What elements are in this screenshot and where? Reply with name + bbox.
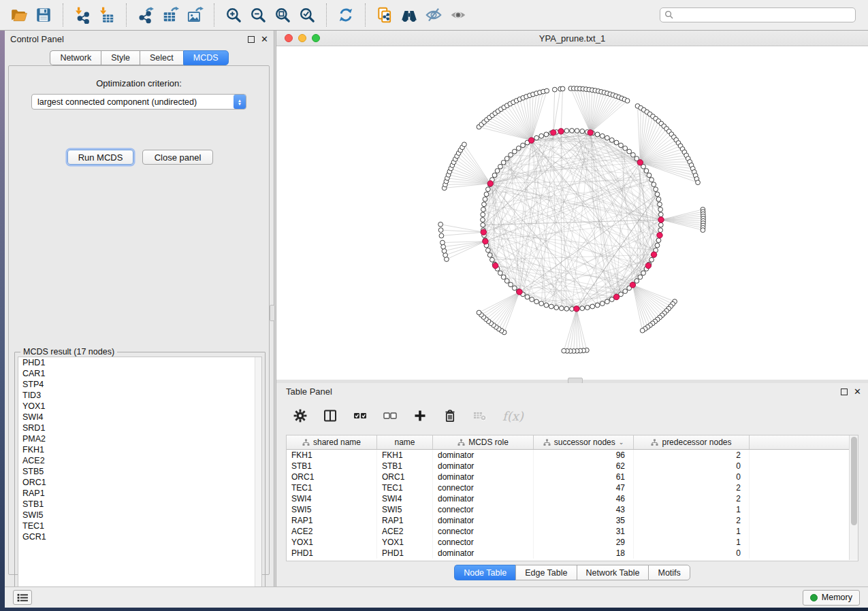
table-scrollbar[interactable]	[849, 435, 858, 560]
import-network-button[interactable]	[70, 3, 95, 27]
graph-leaf-node[interactable]	[442, 248, 447, 253]
graph-node[interactable]	[516, 146, 521, 151]
graph-mcds-node[interactable]	[588, 130, 593, 135]
graph-node[interactable]	[649, 178, 654, 182]
graph-leaf-node[interactable]	[477, 310, 481, 315]
graph-node[interactable]	[570, 129, 575, 133]
network-graph[interactable]	[276, 46, 868, 380]
zoom-out-button[interactable]	[246, 3, 270, 27]
open-file-button[interactable]	[7, 3, 31, 27]
graph-mcds-node[interactable]	[483, 238, 488, 244]
graph-node[interactable]	[549, 304, 553, 309]
graph-node[interactable]	[619, 143, 624, 148]
graph-node[interactable]	[483, 197, 487, 201]
graph-mcds-node[interactable]	[574, 306, 579, 312]
graph-node[interactable]	[644, 169, 649, 174]
graph-node[interactable]	[658, 207, 663, 212]
graph-node[interactable]	[544, 132, 549, 137]
list-item[interactable]: SRD1	[18, 423, 261, 433]
graph-leaf-node[interactable]	[438, 228, 443, 233]
graph-node[interactable]	[623, 289, 628, 294]
graph-node[interactable]	[564, 129, 569, 133]
graph-node[interactable]	[595, 132, 600, 137]
graph-node[interactable]	[658, 212, 663, 217]
tab-motifs[interactable]: Motifs	[648, 565, 690, 580]
column-header-name[interactable]: name	[377, 435, 433, 449]
graph-node[interactable]	[605, 299, 609, 304]
tab-network-table[interactable]: Network Table	[577, 565, 649, 580]
table-settings-gear-icon[interactable]	[293, 408, 308, 423]
graph-leaf-node[interactable]	[701, 228, 705, 233]
graph-node[interactable]	[600, 134, 605, 139]
memory-button[interactable]: Memory	[803, 590, 860, 606]
list-item[interactable]: CAR1	[18, 368, 261, 379]
graph-leaf-node[interactable]	[438, 222, 443, 227]
graph-node[interactable]	[521, 143, 526, 148]
graph-node[interactable]	[481, 218, 485, 222]
graph-node[interactable]	[481, 222, 485, 227]
graph-node[interactable]	[487, 252, 492, 257]
table-row[interactable]: SWI5SWI5connector431	[287, 504, 858, 515]
list-item[interactable]: ORC1	[18, 477, 261, 488]
graph-node[interactable]	[654, 187, 658, 192]
graph-leaf-node[interactable]	[640, 328, 645, 333]
zoom-selected-button[interactable]	[295, 3, 319, 27]
graph-node[interactable]	[495, 169, 500, 174]
vertical-splitter-handle[interactable]	[270, 305, 275, 321]
graph-node[interactable]	[504, 278, 509, 283]
graph-node[interactable]	[658, 202, 662, 207]
deselect-all-icon[interactable]	[383, 408, 398, 423]
graph-node[interactable]	[525, 295, 530, 299]
graph-node[interactable]	[504, 156, 509, 161]
graph-node[interactable]	[605, 135, 609, 140]
graph-mcds-node[interactable]	[657, 233, 662, 238]
delete-column-icon[interactable]	[443, 408, 457, 423]
graph-node[interactable]	[655, 243, 660, 248]
graph-mcds-node[interactable]	[558, 129, 564, 134]
graph-node[interactable]	[641, 271, 646, 276]
list-item[interactable]: STB1	[18, 499, 261, 510]
column-header-successor-nodes[interactable]: successor nodes⌄	[534, 435, 634, 449]
table-row[interactable]: ORC1ORC1dominator610	[287, 472, 858, 482]
graph-node[interactable]	[492, 173, 497, 178]
graph-node[interactable]	[501, 275, 506, 280]
select-all-icon[interactable]	[353, 408, 368, 423]
graph-node[interactable]	[595, 303, 600, 308]
close-panel-icon[interactable]: ✕	[854, 389, 861, 395]
run-mcds-button[interactable]: Run MCDS	[67, 150, 133, 165]
list-item[interactable]: RAP1	[18, 488, 261, 499]
graph-node[interactable]	[509, 152, 513, 157]
graph-mcds-node[interactable]	[645, 263, 651, 268]
export-table-button[interactable]	[158, 3, 182, 27]
graph-mcds-node[interactable]	[630, 282, 635, 288]
graph-node[interactable]	[580, 129, 585, 133]
graph-node[interactable]	[656, 197, 661, 201]
graph-leaf-node[interactable]	[562, 348, 566, 353]
list-item[interactable]: STP4	[18, 379, 261, 390]
clone-network-button[interactable]	[372, 3, 397, 27]
graph-node[interactable]	[614, 140, 619, 145]
graph-leaf-node[interactable]	[696, 180, 701, 185]
zoom-fit-button[interactable]	[270, 3, 295, 27]
graph-node[interactable]	[498, 164, 503, 169]
graph-mcds-node[interactable]	[493, 263, 498, 268]
graph-node[interactable]	[534, 299, 539, 304]
graph-node[interactable]	[554, 306, 559, 310]
graph-node[interactable]	[534, 135, 539, 140]
graph-leaf-node[interactable]	[439, 233, 444, 238]
export-network-button[interactable]	[133, 3, 158, 27]
column-header-shared-name[interactable]: shared name	[287, 435, 377, 449]
float-panel-icon[interactable]	[248, 36, 255, 43]
graph-node[interactable]	[652, 182, 656, 187]
graph-node[interactable]	[575, 129, 579, 133]
list-item[interactable]: TID3	[18, 390, 261, 401]
table-scrollbar-thumb[interactable]	[851, 437, 857, 525]
first-neighbors-button[interactable]	[397, 3, 421, 27]
mcds-list-scrollbar[interactable]	[255, 357, 261, 600]
refresh-button[interactable]	[334, 3, 358, 27]
tab-select[interactable]: Select	[140, 50, 183, 65]
graph-node[interactable]	[585, 306, 590, 310]
graph-leaf-node[interactable]	[440, 240, 445, 245]
table-row[interactable]: PHD1PHD1dominator180	[287, 548, 858, 559]
graph-node[interactable]	[509, 282, 513, 287]
